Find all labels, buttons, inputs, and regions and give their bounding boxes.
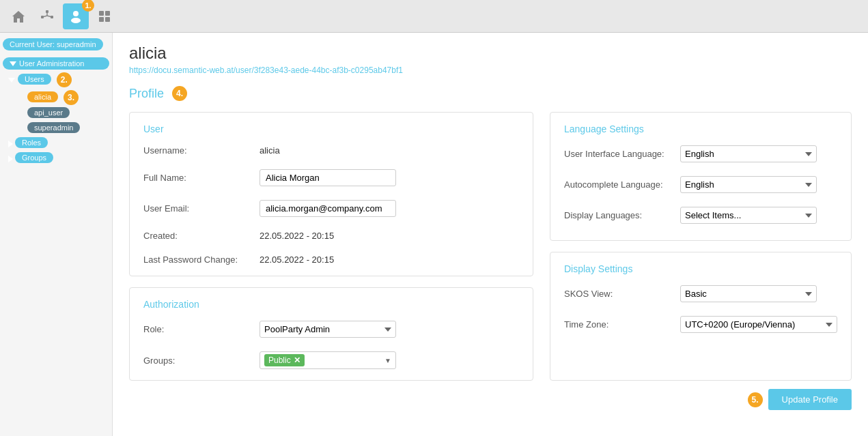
display-section: Display Settings SKOS View: Basic Advanc… xyxy=(550,252,852,381)
email-row: User Email: xyxy=(143,200,519,217)
svg-rect-9 xyxy=(99,11,104,16)
skos-select[interactable]: Basic Advanced xyxy=(680,285,817,302)
update-profile-button[interactable]: Update Profile xyxy=(768,389,852,410)
db-nav-icon[interactable] xyxy=(92,3,117,29)
timezone-select[interactable]: UTC+0200 (Europe/Vienna) UTC+0000 (UTC) … xyxy=(680,316,837,333)
svg-point-7 xyxy=(73,11,79,16)
sidebar-user-alicia[interactable]: alicia xyxy=(27,91,58,102)
username-row: Username: alicia xyxy=(143,145,519,156)
lastpw-value: 22.05.2022 - 20:15 xyxy=(260,255,334,265)
main-layout: Current User: superadmin User Administra… xyxy=(0,33,868,436)
language-section-title: Language Settings xyxy=(564,123,837,134)
autocomplete-lang-label: Autocomplete Language: xyxy=(564,179,680,190)
svg-rect-1 xyxy=(46,10,48,13)
user-admin-nav-icon[interactable]: 1. xyxy=(63,3,89,29)
sidebar-user-api[interactable]: api_user xyxy=(27,107,70,118)
display-lang-row: Display Languages: Select Items... Engli… xyxy=(564,207,837,224)
groups-tag-public: Public ✕ xyxy=(264,354,305,366)
groups-expand-icon xyxy=(8,156,13,162)
groups-label[interactable]: Groups xyxy=(15,152,53,163)
users-label[interactable]: Users xyxy=(18,74,51,85)
auth-section-title: Authorization xyxy=(143,299,519,310)
svg-rect-10 xyxy=(105,11,110,16)
language-section: Language Settings User Interface Languag… xyxy=(550,112,852,241)
svg-rect-11 xyxy=(99,17,104,22)
users-text: Users xyxy=(25,75,44,83)
display-lang-label: Display Languages: xyxy=(564,210,680,220)
role-label: Role: xyxy=(143,324,260,334)
fullname-row: Full Name: xyxy=(143,169,519,186)
ui-lang-row: User Interface Language: English German … xyxy=(564,145,837,162)
current-user-badge: Current User: superadmin xyxy=(3,38,103,50)
email-label: User Email: xyxy=(143,203,260,214)
user-admin-collapse-icon xyxy=(10,61,16,66)
groups-field-label: Groups: xyxy=(143,355,260,366)
tree-nav-icon[interactable] xyxy=(34,3,60,29)
svg-marker-0 xyxy=(12,11,25,23)
user-admin-section: User Administration Users 2. alicia 3. xyxy=(3,57,109,165)
sidebar: Current User: superadmin User Administra… xyxy=(0,33,113,436)
lastpw-row: Last Password Change: 22.05.2022 - 20:15 xyxy=(143,255,519,265)
roles-text: Roles xyxy=(22,139,41,147)
right-sections: Language Settings User Interface Languag… xyxy=(550,112,852,381)
bottom-bar: 5. Update Profile xyxy=(129,381,852,413)
step-badge-5: 5. xyxy=(748,392,763,407)
timezone-label: Time Zone: xyxy=(564,319,680,330)
home-nav-icon[interactable] xyxy=(5,3,31,29)
user-section-title: User xyxy=(143,123,519,134)
nav-badge-1: 1. xyxy=(82,0,94,12)
groups-row: Groups: Public ✕ ▼ xyxy=(143,351,519,369)
page-url[interactable]: https://docu.semantic-web.at/user/3f283e… xyxy=(129,66,852,75)
roles-expand-icon xyxy=(8,141,13,147)
skos-view-row: SKOS View: Basic Advanced xyxy=(564,285,837,302)
svg-point-8 xyxy=(71,18,81,23)
created-value: 22.05.2022 - 20:15 xyxy=(260,231,334,241)
timezone-row: Time Zone: UTC+0200 (Europe/Vienna) UTC+… xyxy=(564,316,837,333)
groups-select-wrapper[interactable]: Public ✕ ▼ xyxy=(260,351,396,369)
created-label: Created: xyxy=(143,231,260,241)
profile-label: Profile xyxy=(129,87,164,101)
user-admin-label[interactable]: User Administration xyxy=(3,57,109,70)
content-area: alicia https://docu.semantic-web.at/user… xyxy=(113,33,868,436)
autocomplete-lang-select[interactable]: English German French xyxy=(680,176,817,193)
username-value: alicia xyxy=(260,145,280,156)
groups-dropdown-arrow: ▼ xyxy=(384,357,391,364)
roles-label[interactable]: Roles xyxy=(15,137,48,148)
user-section: User Username: alicia Full Name: User Em… xyxy=(129,112,533,276)
role-select[interactable]: PoolParty Admin Administrator Viewer xyxy=(260,321,396,338)
svg-rect-12 xyxy=(105,17,110,22)
username-label: Username: xyxy=(143,145,260,156)
user-admin-text: User Administration xyxy=(19,59,84,68)
step-badge-4: 4. xyxy=(172,86,187,101)
autocomplete-lang-row: Autocomplete Language: English German Fr… xyxy=(564,176,837,193)
form-row: User Username: alicia Full Name: User Em… xyxy=(129,112,852,381)
fullname-label: Full Name: xyxy=(143,173,260,183)
display-lang-select[interactable]: Select Items... English German xyxy=(680,207,817,224)
step-badge-2: 2. xyxy=(57,72,72,87)
profile-header: Profile 4. xyxy=(129,86,852,101)
step-badge-3: 3. xyxy=(64,90,79,105)
users-collapse-icon xyxy=(8,78,15,83)
role-row: Role: PoolParty Admin Administrator View… xyxy=(143,321,519,338)
sidebar-user-superadmin[interactable]: superadmin xyxy=(27,122,80,133)
ui-lang-label: User Interface Language: xyxy=(564,149,680,159)
created-row: Created: 22.05.2022 - 20:15 xyxy=(143,231,519,241)
skos-label: SKOS View: xyxy=(564,289,680,299)
ui-lang-select[interactable]: English German French xyxy=(680,145,817,162)
lastpw-label: Last Password Change: xyxy=(143,255,260,265)
fullname-input[interactable] xyxy=(260,169,396,186)
email-input[interactable] xyxy=(260,200,396,217)
groups-text: Groups xyxy=(22,154,46,162)
groups-tag-remove[interactable]: ✕ xyxy=(294,355,300,365)
page-title: alicia xyxy=(129,44,852,63)
display-section-title: Display Settings xyxy=(564,263,837,274)
groups-tag-text: Public xyxy=(268,355,291,365)
auth-section: Authorization Role: PoolParty Admin Admi… xyxy=(129,287,533,381)
top-navigation: 1. xyxy=(0,0,868,33)
